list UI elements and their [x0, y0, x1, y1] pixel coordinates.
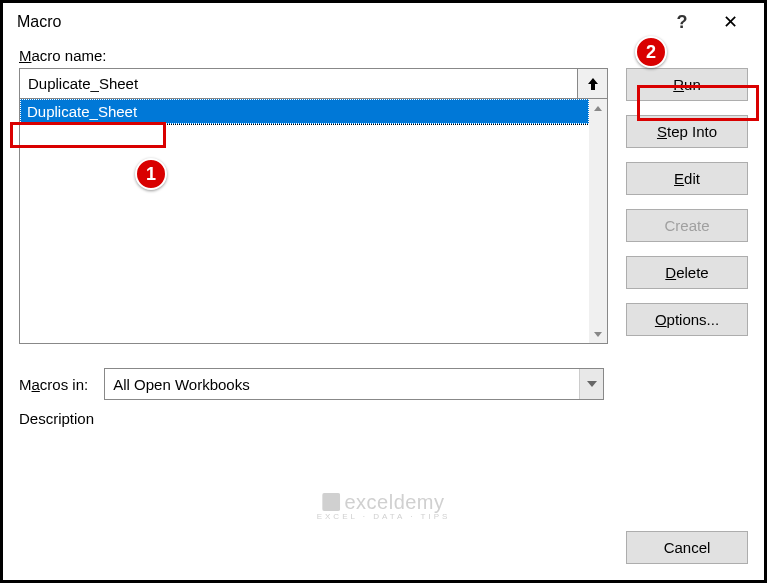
macro-name-label: Macro name:	[19, 47, 748, 64]
watermark-icon	[322, 493, 340, 511]
description-label: Description	[19, 410, 748, 427]
chevron-down-icon	[579, 369, 603, 399]
scrollbar[interactable]	[589, 99, 607, 343]
dialog-content: Macro name: Duplicate_Sheet	[3, 41, 764, 580]
macro-list-item[interactable]: Duplicate_Sheet	[20, 99, 589, 124]
macros-in-label: Macros in:	[19, 376, 88, 393]
macros-in-value: All Open Workbooks	[105, 371, 579, 398]
scroll-down-icon[interactable]	[589, 325, 607, 343]
macros-in-select[interactable]: All Open Workbooks	[104, 368, 604, 400]
arrow-up-icon	[586, 77, 600, 91]
macro-dialog: Macro ? ✕ Macro name: Duplicate_Sheet	[3, 3, 764, 580]
macro-list[interactable]: Duplicate_Sheet	[20, 99, 589, 343]
main-area: Duplicate_Sheet Run Step Into	[19, 68, 748, 344]
svg-rect-0	[322, 493, 340, 511]
delete-button[interactable]: Delete	[626, 256, 748, 289]
left-column: Duplicate_Sheet	[19, 68, 608, 344]
options-button[interactable]: Options...	[626, 303, 748, 336]
close-button[interactable]: ✕	[706, 11, 754, 33]
button-column: Run Step Into Edit Create Delete Options…	[626, 68, 748, 344]
macro-name-input[interactable]	[20, 69, 577, 98]
dialog-title: Macro	[17, 13, 658, 31]
scroll-track[interactable]	[589, 117, 607, 325]
titlebar: Macro ? ✕	[3, 3, 764, 41]
create-button: Create	[626, 209, 748, 242]
help-button[interactable]: ?	[658, 12, 706, 33]
macro-list-container: Duplicate_Sheet	[19, 99, 608, 344]
edit-button[interactable]: Edit	[626, 162, 748, 195]
cancel-button[interactable]: Cancel	[626, 531, 748, 564]
step-into-button[interactable]: Step Into	[626, 115, 748, 148]
macros-in-row: Macros in: All Open Workbooks	[19, 368, 748, 400]
watermark: exceldemy EXCEL · DATA · TIPS	[317, 491, 451, 522]
scroll-up-icon[interactable]	[589, 99, 607, 117]
input-arrow-button[interactable]	[577, 69, 607, 98]
macro-name-input-row	[19, 68, 608, 99]
run-button[interactable]: Run	[626, 68, 748, 101]
